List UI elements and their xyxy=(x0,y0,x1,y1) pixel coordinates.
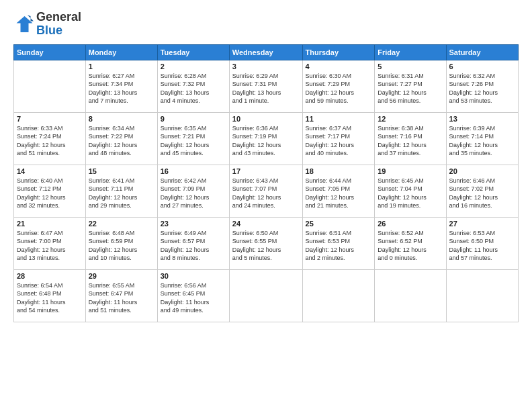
calendar-week-4: 21Sunrise: 6:47 AM Sunset: 7:00 PM Dayli… xyxy=(14,217,519,269)
header: General Blue xyxy=(13,11,519,38)
logo-icon xyxy=(13,14,34,34)
calendar-week-1: 1Sunrise: 6:27 AM Sunset: 7:34 PM Daylig… xyxy=(14,60,519,112)
day-number: 22 xyxy=(89,220,154,228)
calendar-cell: 27Sunrise: 6:53 AM Sunset: 6:50 PM Dayli… xyxy=(446,217,518,269)
day-number: 24 xyxy=(232,220,300,228)
day-number: 30 xyxy=(161,272,226,280)
day-number: 6 xyxy=(449,62,515,71)
day-number: 13 xyxy=(449,115,515,123)
calendar-cell: 10Sunrise: 6:36 AM Sunset: 7:19 PM Dayli… xyxy=(229,112,302,165)
calendar-cell: 17Sunrise: 6:43 AM Sunset: 7:07 PM Dayli… xyxy=(229,165,302,217)
calendar-cell: 4Sunrise: 6:30 AM Sunset: 7:29 PM Daylig… xyxy=(302,60,375,112)
day-info: Sunrise: 6:40 AM Sunset: 7:12 PM Dayligh… xyxy=(17,177,83,210)
day-info: Sunrise: 6:28 AM Sunset: 7:32 PM Dayligh… xyxy=(161,72,226,105)
day-number: 17 xyxy=(232,167,300,175)
day-info: Sunrise: 6:38 AM Sunset: 7:16 PM Dayligh… xyxy=(378,124,443,158)
day-number: 7 xyxy=(17,115,83,123)
day-info: Sunrise: 6:32 AM Sunset: 7:26 PM Dayligh… xyxy=(449,72,515,105)
calendar-cell: 23Sunrise: 6:49 AM Sunset: 6:57 PM Dayli… xyxy=(157,217,229,269)
calendar-cell: 26Sunrise: 6:52 AM Sunset: 6:52 PM Dayli… xyxy=(375,217,446,269)
weekday-header-thursday: Thursday xyxy=(302,44,375,60)
calendar-cell: 13Sunrise: 6:39 AM Sunset: 7:14 PM Dayli… xyxy=(446,112,518,165)
day-info: Sunrise: 6:45 AM Sunset: 7:04 PM Dayligh… xyxy=(378,177,443,210)
logo: General Blue xyxy=(13,11,81,38)
calendar-week-3: 14Sunrise: 6:40 AM Sunset: 7:12 PM Dayli… xyxy=(14,165,519,217)
weekday-header-wednesday: Wednesday xyxy=(229,44,302,60)
calendar-cell: 3Sunrise: 6:29 AM Sunset: 7:31 PM Daylig… xyxy=(229,60,302,112)
weekday-header-saturday: Saturday xyxy=(446,44,518,60)
calendar-cell: 29Sunrise: 6:55 AM Sunset: 6:47 PM Dayli… xyxy=(85,269,157,322)
weekday-header-friday: Friday xyxy=(375,44,446,60)
calendar-cell: 30Sunrise: 6:56 AM Sunset: 6:45 PM Dayli… xyxy=(157,269,229,322)
day-number: 15 xyxy=(89,167,154,175)
day-number: 28 xyxy=(17,272,83,280)
weekday-header-sunday: Sunday xyxy=(14,44,86,60)
day-info: Sunrise: 6:35 AM Sunset: 7:21 PM Dayligh… xyxy=(161,124,226,158)
calendar-cell: 19Sunrise: 6:45 AM Sunset: 7:04 PM Dayli… xyxy=(375,165,446,217)
day-info: Sunrise: 6:50 AM Sunset: 6:55 PM Dayligh… xyxy=(232,229,300,263)
logo-text: General Blue xyxy=(36,11,81,38)
calendar-cell: 9Sunrise: 6:35 AM Sunset: 7:21 PM Daylig… xyxy=(157,112,229,165)
calendar-cell xyxy=(446,269,518,322)
calendar-cell: 18Sunrise: 6:44 AM Sunset: 7:05 PM Dayli… xyxy=(302,165,375,217)
calendar-cell: 22Sunrise: 6:48 AM Sunset: 6:59 PM Dayli… xyxy=(85,217,157,269)
calendar-cell: 24Sunrise: 6:50 AM Sunset: 6:55 PM Dayli… xyxy=(229,217,302,269)
calendar-cell: 14Sunrise: 6:40 AM Sunset: 7:12 PM Dayli… xyxy=(14,165,86,217)
day-number: 9 xyxy=(161,115,226,123)
day-info: Sunrise: 6:31 AM Sunset: 7:27 PM Dayligh… xyxy=(378,72,443,105)
day-info: Sunrise: 6:41 AM Sunset: 7:11 PM Dayligh… xyxy=(89,177,154,210)
calendar-table: SundayMondayTuesdayWednesdayThursdayFrid… xyxy=(13,44,519,322)
calendar-cell: 21Sunrise: 6:47 AM Sunset: 7:00 PM Dayli… xyxy=(14,217,86,269)
day-number: 1 xyxy=(89,62,154,71)
day-info: Sunrise: 6:42 AM Sunset: 7:09 PM Dayligh… xyxy=(161,177,226,210)
calendar-cell: 12Sunrise: 6:38 AM Sunset: 7:16 PM Dayli… xyxy=(375,112,446,165)
day-number: 29 xyxy=(89,272,154,280)
day-number: 21 xyxy=(17,220,83,228)
calendar-header-row: SundayMondayTuesdayWednesdayThursdayFrid… xyxy=(14,44,519,60)
day-number: 12 xyxy=(378,115,443,123)
day-info: Sunrise: 6:48 AM Sunset: 6:59 PM Dayligh… xyxy=(89,229,154,263)
day-number: 4 xyxy=(306,62,372,71)
day-number: 11 xyxy=(306,115,372,123)
day-info: Sunrise: 6:56 AM Sunset: 6:45 PM Dayligh… xyxy=(161,281,226,315)
day-info: Sunrise: 6:52 AM Sunset: 6:52 PM Dayligh… xyxy=(378,229,443,263)
day-info: Sunrise: 6:47 AM Sunset: 7:00 PM Dayligh… xyxy=(17,229,83,263)
day-number: 2 xyxy=(161,62,226,71)
day-info: Sunrise: 6:37 AM Sunset: 7:17 PM Dayligh… xyxy=(306,124,372,158)
calendar-cell: 28Sunrise: 6:54 AM Sunset: 6:48 PM Dayli… xyxy=(14,269,86,322)
weekday-header-tuesday: Tuesday xyxy=(157,44,229,60)
day-info: Sunrise: 6:46 AM Sunset: 7:02 PM Dayligh… xyxy=(449,177,515,210)
calendar-cell: 2Sunrise: 6:28 AM Sunset: 7:32 PM Daylig… xyxy=(157,60,229,112)
calendar-cell: 11Sunrise: 6:37 AM Sunset: 7:17 PM Dayli… xyxy=(302,112,375,165)
day-info: Sunrise: 6:53 AM Sunset: 6:50 PM Dayligh… xyxy=(449,229,515,263)
calendar-week-5: 28Sunrise: 6:54 AM Sunset: 6:48 PM Dayli… xyxy=(14,269,519,322)
page: General Blue SundayMondayTuesdayWednesda… xyxy=(0,0,532,411)
calendar-cell: 6Sunrise: 6:32 AM Sunset: 7:26 PM Daylig… xyxy=(446,60,518,112)
day-number: 10 xyxy=(232,115,300,123)
calendar-cell: 15Sunrise: 6:41 AM Sunset: 7:11 PM Dayli… xyxy=(85,165,157,217)
day-number: 19 xyxy=(378,167,443,175)
day-info: Sunrise: 6:54 AM Sunset: 6:48 PM Dayligh… xyxy=(17,281,83,315)
calendar-cell: 5Sunrise: 6:31 AM Sunset: 7:27 PM Daylig… xyxy=(375,60,446,112)
calendar-cell: 8Sunrise: 6:34 AM Sunset: 7:22 PM Daylig… xyxy=(85,112,157,165)
day-number: 26 xyxy=(378,220,443,228)
calendar-cell: 1Sunrise: 6:27 AM Sunset: 7:34 PM Daylig… xyxy=(85,60,157,112)
day-info: Sunrise: 6:34 AM Sunset: 7:22 PM Dayligh… xyxy=(89,124,154,158)
calendar-cell xyxy=(375,269,446,322)
day-info: Sunrise: 6:55 AM Sunset: 6:47 PM Dayligh… xyxy=(89,281,154,315)
day-info: Sunrise: 6:49 AM Sunset: 6:57 PM Dayligh… xyxy=(161,229,226,263)
day-info: Sunrise: 6:36 AM Sunset: 7:19 PM Dayligh… xyxy=(232,124,300,158)
svg-marker-0 xyxy=(17,16,33,32)
day-number: 8 xyxy=(89,115,154,123)
day-info: Sunrise: 6:33 AM Sunset: 7:24 PM Dayligh… xyxy=(17,124,83,158)
calendar-cell xyxy=(302,269,375,322)
day-info: Sunrise: 6:29 AM Sunset: 7:31 PM Dayligh… xyxy=(232,72,300,105)
day-number: 3 xyxy=(232,62,300,71)
day-info: Sunrise: 6:44 AM Sunset: 7:05 PM Dayligh… xyxy=(306,177,372,210)
day-number: 16 xyxy=(161,167,226,175)
weekday-header-monday: Monday xyxy=(85,44,157,60)
day-number: 25 xyxy=(306,220,372,228)
day-number: 14 xyxy=(17,167,83,175)
day-info: Sunrise: 6:51 AM Sunset: 6:53 PM Dayligh… xyxy=(306,229,372,263)
day-info: Sunrise: 6:39 AM Sunset: 7:14 PM Dayligh… xyxy=(449,124,515,158)
